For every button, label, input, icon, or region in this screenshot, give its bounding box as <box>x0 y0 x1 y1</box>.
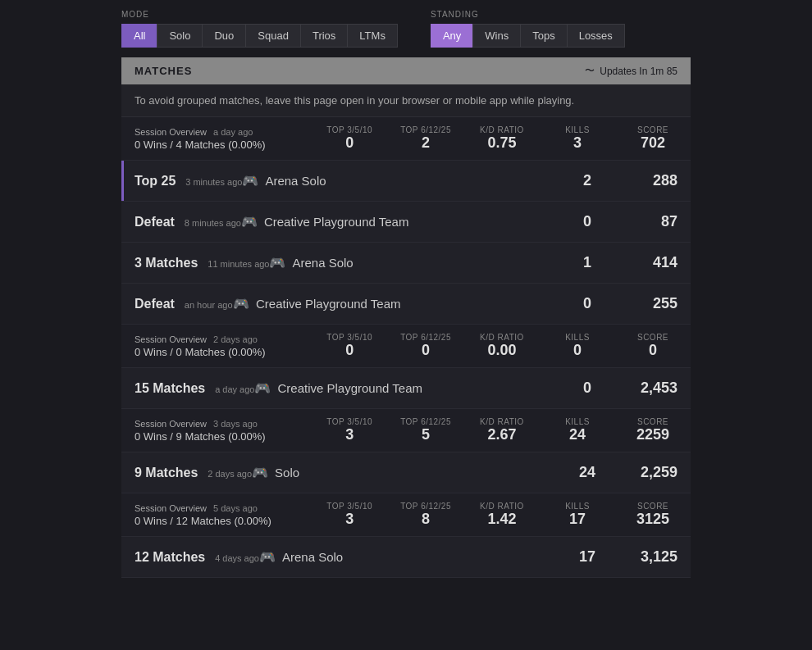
stat-kd-value: 0.00 <box>477 342 527 359</box>
match-kills: 2 <box>563 172 612 189</box>
mode-btn-trios[interactable]: Trios <box>300 24 347 48</box>
stat-kd: K/D Ratio 0.00 <box>477 333 527 359</box>
stat-top61225: Top 6/12/25 8 <box>400 502 451 528</box>
session-subtitle: 0 Wins / 9 Matches (0.00%) <box>135 430 325 443</box>
session-left: Session Overview 2 days ago 0 Wins / 0 M… <box>135 334 325 358</box>
stat-kd-value: 2.67 <box>477 426 527 443</box>
stat-kills-label: Kills <box>553 125 602 134</box>
stat-kd-label: K/D Ratio <box>477 125 527 134</box>
mode-control: MODE All Solo Duo Squad Trios LTMs <box>121 10 398 48</box>
stat-score: Score 0 <box>628 333 677 359</box>
session-stats: Top 3/5/10 0 Top 6/12/25 2 K/D Ratio 0.7… <box>325 125 677 152</box>
stat-top61225-value: 8 <box>400 511 451 528</box>
standing-btn-wins[interactable]: Wins <box>472 24 520 48</box>
matches-container: MATCHES 〜 Updates In 1m 85 To avoid grou… <box>121 57 691 578</box>
mode-btn-solo[interactable]: Solo <box>157 24 202 48</box>
match-row[interactable]: Top 25 3 minutes ago 🎮 Arena Solo 2 288 <box>121 161 691 202</box>
match-time: 8 minutes ago <box>185 218 241 228</box>
stat-top3510-label: Top 3/5/10 <box>325 502 374 511</box>
gamepad-icon: 🎮 <box>259 549 276 565</box>
match-kills: 1 <box>563 254 612 271</box>
mode-btn-squad[interactable]: Squad <box>245 24 300 48</box>
session-title: Session Overview a day ago <box>135 127 325 137</box>
stat-top61225-label: Top 6/12/25 <box>400 333 451 342</box>
stat-top61225-value: 2 <box>400 134 451 152</box>
stat-kills-label: Kills <box>553 333 602 342</box>
match-kills: 17 <box>563 548 612 566</box>
waveform-icon: 〜 <box>585 64 595 78</box>
match-score: 3,125 <box>612 548 677 566</box>
standing-btn-losses[interactable]: Losses <box>567 24 625 48</box>
session-left: Session Overview 3 days ago 0 Wins / 9 M… <box>135 419 325 443</box>
stat-kills: Kills 3 <box>553 125 602 152</box>
stat-kills: Kills 17 <box>553 502 602 528</box>
gamepad-icon: 🎮 <box>241 214 258 230</box>
session-title: Session Overview 3 days ago <box>135 419 325 429</box>
session-subtitle: 0 Wins / 4 Matches (0.00%) <box>135 139 325 151</box>
match-score: 2,453 <box>612 380 677 397</box>
match-score: 414 <box>612 254 677 271</box>
stat-score-value: 702 <box>628 134 677 152</box>
match-result: Top 25 3 minutes ago <box>135 174 242 189</box>
match-result-text: 12 Matches <box>135 550 205 564</box>
stat-kd: K/D Ratio 2.67 <box>477 417 527 443</box>
standing-btn-any[interactable]: Any <box>431 24 472 48</box>
updates-text: Updates In 1m 85 <box>600 66 677 77</box>
stat-score-value: 3125 <box>628 511 677 528</box>
session-time: 2 days ago <box>213 334 258 344</box>
session-title: Session Overview 2 days ago <box>135 334 325 344</box>
session-time: 5 days ago <box>213 503 258 513</box>
match-row[interactable]: Defeat an hour ago 🎮 Creative Playground… <box>121 284 691 325</box>
match-mode-name: Solo <box>275 466 563 480</box>
stat-score: Score 3125 <box>628 502 677 528</box>
stat-top61225-label: Top 6/12/25 <box>400 125 451 134</box>
match-mode-name: Arena Solo <box>265 174 563 188</box>
stat-top3510: Top 3/5/10 0 <box>325 333 374 359</box>
stat-top3510: Top 3/5/10 3 <box>325 502 374 528</box>
mode-btn-duo[interactable]: Duo <box>202 24 245 48</box>
stat-score: Score 702 <box>628 125 677 152</box>
match-result: 12 Matches 4 days ago <box>135 550 259 565</box>
stat-kills-value: 0 <box>553 342 602 359</box>
stat-score-label: Score <box>628 502 677 511</box>
match-score: 288 <box>612 172 677 189</box>
match-right: 0 87 <box>563 213 677 230</box>
stat-score: Score 2259 <box>628 417 677 443</box>
stat-kills-label: Kills <box>553 417 602 426</box>
stat-kd-label: K/D Ratio <box>477 333 527 342</box>
standing-label: STANDING <box>431 10 625 19</box>
session-row: Session Overview 2 days ago 0 Wins / 0 M… <box>121 325 691 368</box>
match-time: 4 days ago <box>215 553 259 563</box>
stat-top61225: Top 6/12/25 2 <box>400 125 451 152</box>
stat-top3510-label: Top 3/5/10 <box>325 333 374 342</box>
stat-top3510-label: Top 3/5/10 <box>325 125 374 134</box>
stat-score-value: 2259 <box>628 426 677 443</box>
standing-btn-tops[interactable]: Tops <box>520 24 566 48</box>
stat-top3510-value: 0 <box>325 134 374 152</box>
mode-btn-all[interactable]: All <box>121 24 157 48</box>
stat-top3510: Top 3/5/10 3 <box>325 417 374 443</box>
match-row[interactable]: 15 Matches a day ago 🎮 Creative Playgrou… <box>121 368 691 409</box>
match-kills: 0 <box>563 380 612 397</box>
stat-top61225: Top 6/12/25 5 <box>400 417 451 443</box>
mode-btn-ltms[interactable]: LTMs <box>347 24 398 48</box>
match-row[interactable]: 9 Matches 2 days ago 🎮 Solo 24 2,259 <box>121 452 691 493</box>
match-left: 9 Matches 2 days ago 🎮 Solo <box>135 465 563 480</box>
session-row: Session Overview 3 days ago 0 Wins / 9 M… <box>121 409 691 452</box>
stat-kills-value: 24 <box>553 426 602 443</box>
match-mode-name: Arena Solo <box>292 256 563 270</box>
match-row[interactable]: 12 Matches 4 days ago 🎮 Arena Solo 17 3,… <box>121 537 691 578</box>
match-row[interactable]: 3 Matches 11 minutes ago 🎮 Arena Solo 1 … <box>121 243 691 284</box>
match-row[interactable]: Defeat 8 minutes ago 🎮 Creative Playgrou… <box>121 202 691 243</box>
match-result-text: Top 25 <box>135 174 176 188</box>
gamepad-icon: 🎮 <box>252 465 268 480</box>
stat-top61225: Top 6/12/25 0 <box>400 333 451 359</box>
stat-kd: K/D Ratio 1.42 <box>477 502 527 528</box>
session-row: Session Overview 5 days ago 0 Wins / 12 … <box>121 493 691 537</box>
match-kills: 0 <box>563 295 612 312</box>
session-stats: Top 3/5/10 0 Top 6/12/25 0 K/D Ratio 0.0… <box>325 333 677 359</box>
session-time: a day ago <box>213 127 253 137</box>
session-time: 3 days ago <box>213 419 258 429</box>
match-time: 11 minutes ago <box>208 259 269 269</box>
match-result-text: 15 Matches <box>135 381 205 395</box>
